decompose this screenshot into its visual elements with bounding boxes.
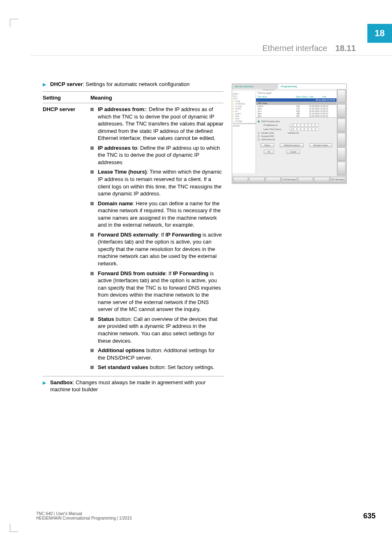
square-icon — [90, 108, 94, 111]
fig-filehead: File name Bytes Status Date Time — [256, 95, 337, 98]
table-head: Setting Meaning — [43, 94, 224, 102]
list-item: Lease Time (hours): Time within which th… — [90, 168, 224, 197]
tree-item: system — [233, 113, 255, 115]
standard-button: Standard values — [309, 143, 332, 147]
field-label: Forward DNS … — [261, 135, 286, 137]
fig-body: MAIN: \ PLC:\ TNC:\ config smartNCbat nc… — [232, 91, 337, 173]
header-rule — [30, 55, 392, 56]
outro-bullet: ▶ Sandbox: Changes must always be made i… — [43, 379, 224, 393]
radio-icon — [258, 132, 260, 134]
list-item: Domain name: Here you can define a name … — [90, 200, 224, 229]
content: ▶ DHCP server: Settings for automatic ne… — [43, 81, 224, 397]
tree-item: table — [233, 115, 255, 117]
list-item: Forward DNS externally: If IP Forwarding… — [90, 231, 224, 267]
item-bold: Additional options — [98, 347, 145, 353]
side-button — [337, 162, 346, 175]
square-icon — [90, 272, 94, 275]
intro-bullet: ▶ DHCP server: Settings for automatic ne… — [43, 81, 224, 88]
square-icon — [90, 233, 94, 237]
side-button — [337, 118, 346, 132]
item-bold: Set standard values — [98, 364, 148, 370]
tree-item: service — [233, 108, 255, 110]
square-icon — [90, 349, 94, 352]
ok-button: OK — [264, 150, 274, 154]
crop-mark-bl — [10, 524, 18, 532]
footer: TNC 640 | User's Manual HEIDENHAIN Conve… — [36, 511, 132, 520]
item-bold: IP addresses to — [98, 145, 137, 151]
radio-icon — [258, 139, 260, 141]
item-bold: Forward DNS externally — [98, 232, 158, 238]
fig-button-row: Status Additional options Standard value… — [258, 143, 335, 147]
table-rule-mid — [43, 103, 224, 103]
fig-lower-pane: DHCP handle active IP addresses to1... L… — [256, 117, 337, 173]
radio-icon — [258, 121, 260, 123]
cancel-button: Cancel — [286, 150, 300, 154]
table-row: DHCP server IP addresses from:: Define t… — [43, 106, 224, 374]
fig-mode-manual: Manual operation — [232, 84, 278, 89]
tree-item: \Mounts\Volumes\Ncdir\usbN.. — [233, 123, 255, 125]
softkey: LAN Messaging — [281, 177, 297, 183]
item-text: button: Call an overview of the devices … — [98, 316, 217, 344]
radio-label: DHCP handle active — [261, 120, 286, 123]
fig-sidecol — [337, 89, 346, 176]
section-number: 18.11 — [335, 44, 356, 53]
outro-label: Sandbox — [50, 379, 73, 385]
softkey: NET Messaging — [330, 177, 346, 183]
fig-right: TNC:\nc_prog\* File name Bytes Status Da… — [256, 91, 337, 173]
side-button — [337, 133, 346, 146]
square-icon — [90, 170, 94, 174]
field-label: Domain name — [261, 132, 286, 134]
intro-label: DHCP server — [50, 81, 83, 87]
ip-box: 1... — [290, 123, 319, 127]
fig-tree: MAIN: \ PLC:\ TNC:\ config smartNCbat nc… — [232, 91, 256, 173]
tree-item: smartNCbat — [233, 103, 255, 105]
item-text: button: Set factory settings. — [148, 364, 214, 370]
side-button — [337, 104, 346, 118]
item-bold2: IP Forwarding — [173, 270, 208, 276]
softkey — [265, 177, 281, 183]
section-title: Ethernet interface — [263, 44, 327, 53]
field-label: DNS server list — [261, 138, 286, 141]
item-mid: : If — [166, 270, 173, 276]
list-item: Set standard values button: Set factory … — [90, 364, 224, 371]
list-item: IP addresses from:: Define the IP addres… — [90, 106, 224, 142]
ip-box: 4..… — [290, 128, 319, 131]
fig-softkeys: LAN Messaging NET Messaging — [232, 176, 346, 183]
radio-icon — [258, 135, 260, 137]
status-button: Status — [261, 143, 274, 147]
fig-mode-programming: Programming — [278, 84, 346, 89]
item-bold: Domain name — [98, 200, 133, 207]
th-meaning: Meaning — [90, 94, 224, 102]
tree-item: pst — [233, 110, 255, 112]
tree-item: MAIN: \ — [233, 93, 255, 95]
row-label: DHCP server — [43, 106, 90, 374]
tree-item: TNC:\ — [233, 98, 255, 100]
triangle-icon: ▶ — [43, 380, 46, 393]
triangle-icon: ▶ — [43, 81, 46, 88]
fig-titlebar: Manual operation Programming — [232, 84, 346, 89]
square-icon — [90, 146, 94, 150]
item-bold: Forward DNS from outside — [98, 270, 166, 276]
item-bold: IP addresses from: — [98, 106, 146, 112]
item-bold: Status — [98, 316, 114, 322]
row-items: IP addresses from:: Define the IP addres… — [90, 106, 224, 374]
side-button — [337, 90, 346, 103]
screenshot-figure: Manual operation Programming > Programmi… — [232, 84, 347, 184]
table-rule-top — [43, 91, 224, 92]
footer-line1: TNC 640 | User's Manual — [36, 511, 132, 516]
list-item: Status button: Call an overview of the d… — [90, 316, 224, 344]
fig-path: TNC:\nc_prog\* — [256, 91, 337, 95]
tree-item: temp — [233, 118, 255, 120]
tree-item: config — [233, 100, 255, 102]
fig-greyhead: DIR::1face — [256, 102, 337, 105]
item-mid: : If — [158, 232, 166, 238]
softkey — [249, 177, 264, 183]
square-icon — [90, 366, 94, 369]
list-item: Forward DNS from outside: If IP Forwardi… — [90, 270, 224, 313]
field-label: IP addresses to — [263, 124, 288, 126]
softkey — [314, 177, 329, 183]
table-rule-bottom — [43, 376, 224, 376]
chapter-tab: 18 — [367, 24, 392, 43]
section-header: Ethernet interface 18.11 — [263, 44, 356, 53]
item-bold2: IP Forwarding — [166, 232, 201, 238]
